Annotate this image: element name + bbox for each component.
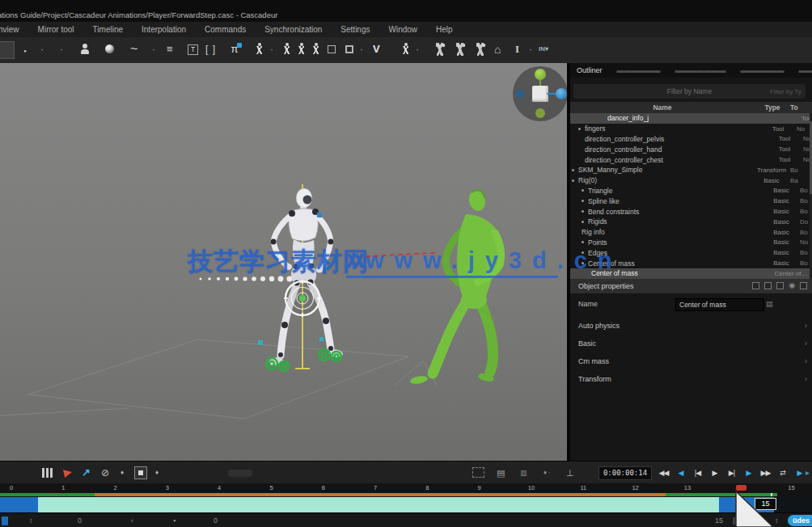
run-mode-icon[interactable] [254, 37, 264, 61]
point-tool-icon[interactable] [23, 37, 27, 61]
ibeam-tool-icon[interactable] [515, 37, 519, 61]
dropdown-dot-icon[interactable] [529, 37, 532, 61]
notebook-icon[interactable] [42, 468, 53, 478]
outliner-row[interactable]: Bend constraintsBasicBo [570, 206, 810, 217]
pin-icon[interactable] [752, 282, 759, 289]
mode-pill[interactable] [228, 470, 252, 477]
object-name-input[interactable] [675, 298, 764, 311]
outliner-row[interactable]: Center of massCenter of…St [570, 268, 810, 279]
current-frame-marker[interactable] [736, 485, 746, 491]
tab-hidden-4[interactable]: ▬▬▬ [799, 66, 812, 74]
column-tags[interactable]: To [790, 103, 811, 112]
outliner-row[interactable]: direction_controller_pelvisToolNo [570, 134, 810, 145]
timecode-display[interactable]: 0:00:00:14 [598, 466, 652, 480]
outliner-row[interactable]: PointsBasicNo [570, 238, 810, 248]
outliner-row[interactable]: fingersToolNo [570, 124, 810, 134]
sphere-icon[interactable] [104, 37, 116, 61]
character-icon[interactable] [79, 37, 91, 61]
vector-tool-icon[interactable] [373, 37, 380, 61]
dropdown-dot-icon[interactable] [270, 37, 273, 61]
section-auto-physics[interactable]: Auto physics › [570, 318, 812, 334]
menu-item-interpolation[interactable]: Interpolation [142, 25, 186, 34]
menu-item-settings[interactable]: Settings [340, 25, 370, 34]
outliner-row[interactable]: SKM_Manny_SimpleTransformBo [570, 165, 810, 175]
filter-type-label[interactable]: Filter by Ty [770, 88, 801, 95]
outliner-row[interactable]: dancer_info_jToolNo [570, 113, 810, 124]
interpolation-mode-button[interactable]: IN▾ [539, 37, 548, 61]
menu-item-help[interactable]: Help [436, 25, 453, 34]
section-transform[interactable]: Transform › [570, 371, 812, 387]
column-type[interactable]: Type [755, 103, 790, 112]
tab-hidden-3[interactable]: ▬▬▬▬▬▬ [741, 66, 785, 74]
text-tool-icon[interactable]: T [188, 44, 198, 55]
fps-icon[interactable]: ▥ [520, 462, 527, 484]
loop-button[interactable]: ⇄ [776, 469, 789, 477]
menu-item-mirror-tool[interactable]: Mirror tool [38, 25, 74, 34]
equalizer-icon[interactable] [167, 37, 173, 61]
ghost-frames-icon[interactable] [472, 467, 484, 478]
center-of-mass-gizmo[interactable] [284, 280, 321, 317]
outliner-row[interactable]: direction_controller_chestToolNo [570, 154, 810, 165]
view-gizmo-x-neg[interactable] [516, 90, 524, 98]
curve-tool-icon[interactable] [130, 37, 137, 61]
frame-ruler[interactable]: 0123456789101112131415 [0, 483, 812, 497]
view-gizmo-y-axis[interactable] [535, 69, 546, 80]
animation-mode-icon[interactable] [311, 37, 321, 61]
interval-button[interactable] [134, 466, 147, 479]
outliner-row[interactable]: direction_controller_handToolNo [570, 144, 810, 154]
copy-pose-icon[interactable] [454, 37, 467, 61]
dropdown-dot-icon[interactable] [416, 37, 419, 61]
menu-item-timeline[interactable]: Timeline [93, 25, 123, 34]
edge-button[interactable] [0, 41, 15, 59]
disable-icon[interactable]: ⊘ [101, 462, 109, 484]
eye-icon[interactable]: ◉ [789, 282, 795, 289]
viewport-3d[interactable] [0, 63, 567, 461]
tripod-icon[interactable]: ⊥ [566, 462, 574, 484]
updown-icon[interactable]: ↕ [29, 513, 33, 527]
outliner-row[interactable]: Center of massBasicBo [570, 258, 810, 268]
track-teal-segment[interactable] [38, 497, 719, 512]
dropdown-dot-icon[interactable] [40, 37, 44, 61]
home-pose-icon[interactable] [494, 37, 501, 61]
tab-hidden-1[interactable]: ▬▬▬▬▬▬ [617, 66, 661, 74]
animation-mode-icon[interactable] [296, 37, 307, 61]
keys-filter-icon[interactable]: ♦· [543, 462, 552, 484]
tab-outliner[interactable]: Outliner [577, 66, 603, 74]
outliner-row[interactable]: EdgesBasicBo [570, 247, 810, 258]
track-blue-segment[interactable] [0, 497, 38, 512]
outliner-row[interactable]: Rig infoBasicBo [570, 227, 810, 238]
mirror-pose-icon[interactable] [433, 37, 446, 61]
brackets-icon[interactable]: [ ] [205, 37, 216, 61]
column-name[interactable]: Name [570, 103, 755, 112]
select-box-filled-icon[interactable] [345, 45, 353, 53]
next-frame-button[interactable]: ▶| [725, 469, 738, 477]
cursor-arrow-icon[interactable]: ↗ [82, 462, 91, 484]
paste-pose-icon[interactable] [474, 37, 487, 61]
dropdown-dot-icon[interactable] [152, 37, 155, 61]
outliner-row[interactable]: Rig(0)BasicBa [570, 175, 810, 186]
split-icon[interactable] [764, 282, 772, 289]
menu-item-chview[interactable]: chview [0, 25, 19, 34]
pause-icon[interactable]: || [733, 513, 737, 527]
rename-icon[interactable]: ▤ [766, 300, 773, 308]
timeline-more-icon[interactable]: ▸ [806, 462, 810, 484]
keyframe-icon[interactable]: ♦ [155, 462, 159, 484]
film-icon[interactable]: ▤ [497, 462, 505, 484]
view-gizmo-y-neg[interactable] [535, 108, 545, 118]
outliner-row[interactable]: TriangleBasicBo [570, 186, 810, 196]
outliner-filter-bar[interactable]: Filter by Name Filter by Ty [573, 84, 806, 99]
copy-icon[interactable] [776, 282, 784, 289]
animation-mode-icon[interactable] [281, 37, 292, 61]
flag-icon[interactable] [63, 468, 73, 478]
updown-icon[interactable]: ↕ [775, 513, 779, 527]
timeline-track[interactable] [0, 497, 812, 512]
menu-item-window[interactable]: Window [389, 25, 418, 34]
outliner-row[interactable]: Spline likeBasicBo [570, 196, 810, 206]
view-gizmo-cube[interactable] [532, 86, 548, 102]
prev-keyframe-button[interactable]: ◀ [674, 469, 687, 477]
green-character[interactable] [409, 188, 501, 385]
pi-ghost-icon[interactable] [228, 37, 241, 61]
chevron-left-icon[interactable]: ‹ [131, 513, 133, 527]
keyframe-icon[interactable]: ♦ [121, 462, 124, 484]
outliner-row[interactable]: RigidsBasicDo [570, 217, 810, 227]
